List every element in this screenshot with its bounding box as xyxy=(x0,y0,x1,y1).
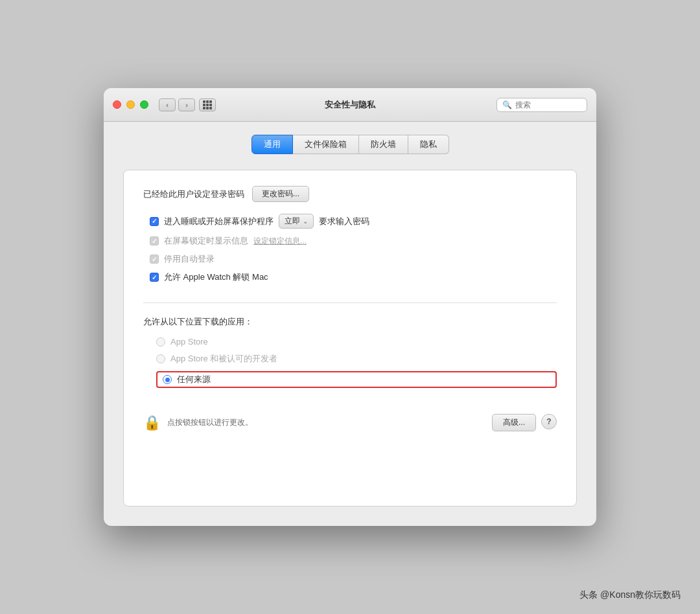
anywhere-label: 任何来源 xyxy=(177,374,211,385)
anywhere-option-highlighted: 任何来源 xyxy=(156,371,557,388)
apple-watch-row: 允许 Apple Watch 解锁 Mac xyxy=(150,271,557,283)
help-button[interactable]: ? xyxy=(541,414,557,429)
grid-icon xyxy=(203,100,212,109)
tab-general[interactable]: 通用 xyxy=(251,135,293,154)
sleep-dropdown-value: 立即 xyxy=(285,216,300,227)
tab-privacy[interactable]: 隐私 xyxy=(408,135,449,154)
options-section: 进入睡眠或开始屏幕保护程序 立即 ⌄ 要求输入密码 在屏幕锁定时显示信息 设定锁… xyxy=(150,214,557,283)
titlebar: ‹ › 安全性与隐私 🔍 xyxy=(104,88,596,122)
download-section-label: 允许从以下位置下载的应用： xyxy=(143,316,557,328)
forward-button[interactable]: › xyxy=(178,98,195,111)
lock-label: 点按锁按钮以进行更改。 xyxy=(167,417,253,428)
change-password-button[interactable]: 更改密码... xyxy=(252,186,309,202)
sleep-dropdown[interactable]: 立即 ⌄ xyxy=(279,214,314,229)
search-box[interactable]: 🔍 xyxy=(496,98,587,112)
grid-view-button[interactable] xyxy=(199,98,216,111)
app-store-label: App Store xyxy=(170,337,208,347)
app-store-radio[interactable] xyxy=(156,337,165,347)
bottom-bar: 🔒 点按锁按钮以进行更改。 高级... ? xyxy=(143,404,557,431)
nav-buttons: ‹ › xyxy=(159,98,195,111)
window: ‹ › 安全性与隐私 🔍 通用 文件保险箱 防火墙 隐私 xyxy=(104,88,596,526)
auto-login-row: 停用自动登录 xyxy=(150,253,557,265)
tab-bar: 通用 文件保险箱 防火墙 隐私 xyxy=(123,135,577,154)
close-button[interactable] xyxy=(113,100,121,109)
tab-firewall[interactable]: 防火墙 xyxy=(359,135,408,154)
minimize-button[interactable] xyxy=(126,100,135,109)
apple-watch-label: 允许 Apple Watch 解锁 Mac xyxy=(164,271,268,283)
download-section: 允许从以下位置下载的应用： App Store App Store 和被认可的开… xyxy=(143,316,557,388)
chevron-down-icon: ⌄ xyxy=(303,218,308,225)
sleep-option-row: 进入睡眠或开始屏幕保护程序 立即 ⌄ 要求输入密码 xyxy=(150,214,557,229)
search-input[interactable] xyxy=(515,100,581,109)
advanced-button[interactable]: 高级... xyxy=(492,414,536,431)
password-row: 已经给此用户设定登录密码 更改密码... xyxy=(143,186,557,202)
apple-watch-checkbox[interactable] xyxy=(150,273,159,282)
watermark: 头条 @Konsn教你玩数码 xyxy=(579,589,681,601)
anywhere-radio[interactable] xyxy=(163,375,172,384)
bottom-buttons: 高级... ? xyxy=(492,414,557,431)
sleep-checkbox[interactable] xyxy=(150,217,159,226)
content-area: 通用 文件保险箱 防火墙 隐私 已经给此用户设定登录密码 更改密码... 进入睡… xyxy=(104,122,596,526)
maximize-button[interactable] xyxy=(140,100,148,109)
app-store-devs-option: App Store 和被认可的开发者 xyxy=(156,353,557,365)
download-options-group: App Store App Store 和被认可的开发者 任何来源 xyxy=(156,337,557,388)
lock-section: 🔒 点按锁按钮以进行更改。 xyxy=(143,415,253,431)
tab-filevault[interactable]: 文件保险箱 xyxy=(293,135,359,154)
window-title: 安全性与隐私 xyxy=(325,99,375,111)
show-message-row: 在屏幕锁定时显示信息 设定锁定信息... xyxy=(150,235,557,247)
auto-login-label: 停用自动登录 xyxy=(164,253,215,265)
auto-login-checkbox[interactable] xyxy=(150,255,159,264)
app-store-devs-label: App Store 和被认可的开发者 xyxy=(170,353,277,365)
lock-icon[interactable]: 🔒 xyxy=(143,415,161,431)
separator xyxy=(143,302,557,303)
password-label: 已经给此用户设定登录密码 xyxy=(143,188,244,200)
set-lock-info-button[interactable]: 设定锁定信息... xyxy=(253,236,307,247)
app-store-devs-radio[interactable] xyxy=(156,354,165,363)
traffic-lights xyxy=(113,100,148,109)
search-icon: 🔍 xyxy=(502,100,512,109)
sleep-label-prefix: 进入睡眠或开始屏幕保护程序 xyxy=(164,216,274,227)
app-store-option: App Store xyxy=(156,337,557,347)
show-message-label: 在屏幕锁定时显示信息 xyxy=(164,235,248,247)
back-button[interactable]: ‹ xyxy=(159,98,176,111)
sleep-label-suffix: 要求输入密码 xyxy=(319,216,369,227)
settings-panel: 已经给此用户设定登录密码 更改密码... 进入睡眠或开始屏幕保护程序 立即 ⌄ … xyxy=(123,170,577,506)
show-message-checkbox[interactable] xyxy=(150,236,159,245)
